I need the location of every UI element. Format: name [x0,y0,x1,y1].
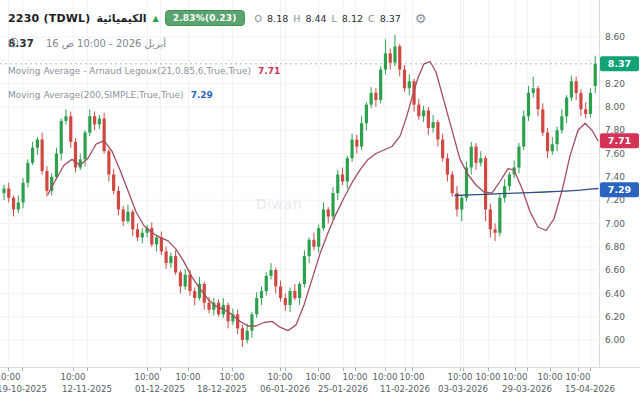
candle-body [107,151,110,174]
candle-body [160,237,163,251]
candle-body [103,119,106,152]
time-minor-label: 10:00 [373,372,398,382]
time-minor-label: 10:00 [566,372,591,382]
price-badge-value: 7.71 [608,135,631,146]
open-label: O [255,13,262,24]
candle-body [241,328,244,340]
indicator-label: Moving Average(200,SIMPLE,True,True) [8,90,184,100]
candle-body [370,93,373,105]
time-minor-label: 10:00 [448,372,473,382]
time-minor-label: 10:00 [538,372,563,382]
time-minor-label: 10:00 [503,372,528,382]
symbol-name-arabic[interactable]: الكيميائية [96,12,146,25]
candle-body [312,240,315,247]
platform-watermark: Diwan [256,196,302,212]
candle-body [494,229,497,232]
time-minor-label: 10:00 [343,372,368,382]
candle-body [155,237,158,244]
high-label: H [293,13,300,24]
candle-body [584,109,587,114]
candle-body [479,158,482,163]
candle-body [541,109,544,132]
gear-icon[interactable]: ⚙ [415,12,427,25]
candle-body [517,147,520,168]
candle-body [432,122,435,128]
candle-body [355,140,358,147]
time-minor-label: 10:00 [176,372,201,382]
time-date-label: 11-02-2026 [380,384,430,394]
candle-body [389,53,392,62]
time-minor-label: 10:00 [306,372,331,382]
candle-body [484,158,487,209]
candle-body [279,286,282,298]
candle-body [179,272,182,286]
indicator-legend-alma[interactable]: Moving Average - Arnaud Legoux(21,0.85,6… [8,63,280,79]
candle-body [284,298,287,305]
time-date-label: 15-04-2026 [565,384,615,394]
candle-body [546,133,549,152]
candle-body [236,314,239,328]
candle-body [374,93,377,100]
price-tick-label: 6.40 [605,289,625,299]
candle-body [470,147,473,168]
close-value: 8.37 [380,13,401,24]
candle-body [141,233,144,238]
candle-body [403,70,406,89]
indicator-value: 7.71 [258,66,280,76]
candle-body [60,121,63,154]
candle-body [298,284,301,298]
low-value: 8.12 [342,13,363,24]
candlestick-chart[interactable]: 8.608.408.208.007.807.607.407.207.006.80… [0,0,640,400]
chart-window: 8.608.408.208.007.807.607.407.207.006.80… [0,0,640,400]
candle-body [55,154,58,177]
indicator-legend-sma200[interactable]: Moving Average(200,SIMPLE,True,True) 7.2… [8,87,213,103]
ohlc-readout: O 8.18 H 8.44 L 8.12 C 8.37 [255,13,401,24]
price-tick-label: 8.60 [605,32,625,42]
candle-body [74,142,77,168]
candle-body [136,229,139,237]
candle-body [2,189,5,194]
time-minor-label: 10:00 [135,372,160,382]
price-tick-label: 7.60 [605,149,625,159]
candle-body [379,70,382,100]
candle-body [265,276,268,291]
candles-layer [2,35,596,347]
candle-body [131,212,134,229]
candle-body [98,119,101,125]
candle-body [427,110,430,127]
candle-body [64,116,67,121]
candle-body [174,256,177,272]
candle-body [589,93,592,114]
candle-body [498,198,501,233]
candle-body [579,93,582,109]
symbol-title[interactable]: 2230 (TDWL) [8,12,90,25]
candle-body [551,144,554,151]
candle-body [317,228,320,247]
candle-body [555,130,558,144]
candle-body [436,122,439,139]
time-minor-label: 10:00 [268,372,293,382]
candle-body [441,140,444,159]
time-date-label: 25-01-2026 [318,384,368,394]
price-tick-label: 7.40 [605,172,625,182]
candle-body [288,291,291,305]
time-minor-label: 10:00 [61,372,86,382]
candle-body [21,183,24,203]
candle-body [336,175,339,194]
candle-body [594,64,597,86]
price-badge-value: 8.37 [608,58,631,69]
candle-body [83,133,86,160]
candle-body [150,228,153,244]
candle-body [207,303,210,310]
candle-body [560,116,563,130]
candle-body [327,209,330,216]
candle-body [41,140,44,171]
price-badge: 8.37 [600,56,639,71]
time-minor-label: 10:00 [220,372,245,382]
candle-body [31,148,34,163]
indicator-value: 7.29 [191,90,213,100]
candle-body [575,81,578,93]
price-tick-label: 6.60 [605,265,625,275]
time-date-label: 06-01-2026 [260,384,310,394]
candle-body [36,140,39,148]
